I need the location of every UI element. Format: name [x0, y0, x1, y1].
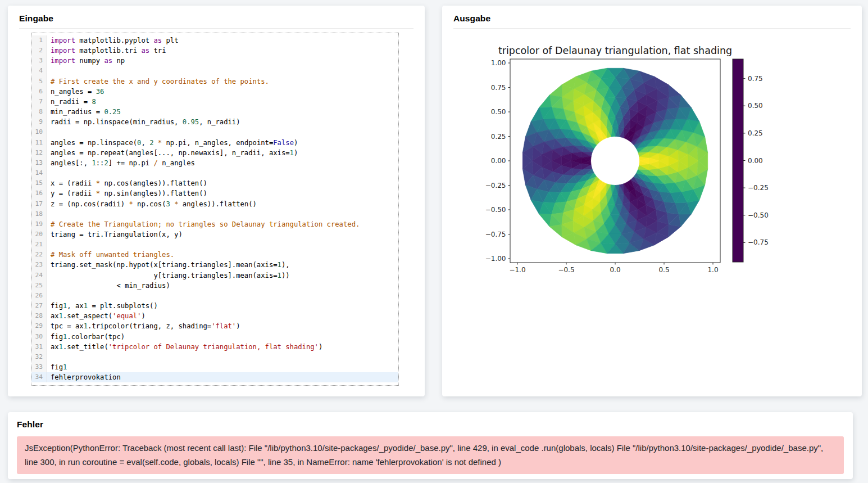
line-number: 4	[31, 66, 47, 76]
input-panel: Eingabe 1import matplotlib.pyplot as plt…	[8, 6, 425, 396]
line-number: 22	[31, 250, 47, 260]
output-plot: tripcolor of Delaunay triangulation, fla…	[478, 42, 792, 285]
line-number: 14	[31, 168, 47, 178]
code-line[interactable]: 18	[31, 209, 398, 219]
line-number: 32	[31, 352, 47, 362]
y-tick-label: 0.50	[491, 108, 506, 116]
code-line[interactable]: 17z = (np.cos(radii) * np.cos(3 * angles…	[31, 199, 398, 209]
code-line[interactable]: 29tpc = ax1.tripcolor(triang, z, shading…	[31, 321, 398, 331]
x-tick-label: −0.5	[558, 266, 574, 274]
colorbar-tick-label: −0.75	[748, 238, 769, 246]
y-tick-label: −0.50	[485, 206, 506, 214]
line-number: 19	[31, 219, 47, 229]
line-number: 29	[31, 321, 47, 331]
x-tick-label: −1.0	[509, 266, 525, 274]
output-figure: tripcolor of Delaunay triangulation, fla…	[478, 42, 792, 285]
line-number: 28	[31, 311, 47, 321]
code-line[interactable]: 13angles[:, 1::2] += np.pi / n_angles	[31, 158, 398, 168]
input-panel-divider	[19, 28, 413, 29]
code-line[interactable]: 12angles = np.repeat(angles[..., np.newa…	[31, 148, 398, 158]
y-tick-label: 0.75	[491, 84, 506, 92]
line-number: 12	[31, 148, 47, 158]
line-number: 6	[31, 87, 47, 97]
line-number: 31	[31, 342, 47, 352]
code-line[interactable]: 26	[31, 291, 398, 301]
colorbar-tick-label: 0.25	[748, 129, 763, 137]
line-number: 33	[31, 362, 47, 372]
code-line[interactable]: 27fig1, ax1 = plt.subplots()	[31, 301, 398, 311]
error-message: JsException(PythonError: Traceback (most…	[17, 436, 844, 474]
line-number: 8	[31, 107, 47, 117]
line-number: 5	[31, 76, 47, 87]
y-tick-label: −1.00	[485, 255, 506, 263]
colorbar-tick-label: 0.50	[748, 102, 763, 110]
x-tick-label: 0.5	[658, 266, 669, 274]
line-number: 27	[31, 301, 47, 311]
line-number: 30	[31, 332, 47, 342]
line-number: 26	[31, 291, 47, 301]
x-tick-label: 1.0	[707, 266, 718, 274]
line-number: 34	[31, 372, 47, 382]
line-number: 24	[31, 270, 47, 281]
code-line[interactable]: 28ax1.set_aspect('equal')	[31, 311, 398, 321]
line-number: 20	[31, 229, 47, 240]
code-line[interactable]: 30fig1.colorbar(tpc)	[31, 332, 398, 342]
code-line[interactable]: 33fig1	[31, 362, 398, 372]
line-number: 9	[31, 117, 47, 127]
y-tick-label: −0.75	[485, 231, 506, 238]
colorbar-tick-label: −0.25	[748, 184, 769, 192]
code-line[interactable]: 21	[31, 240, 398, 250]
code-line[interactable]: 31ax1.set_title('tripcolor of Delaunay t…	[31, 342, 398, 352]
code-line[interactable]: 16y = (radii * np.sin(angles)).flatten()	[31, 188, 398, 198]
line-number: 17	[31, 199, 47, 209]
line-number: 18	[31, 209, 47, 219]
code-line[interactable]: 34fehlerprovokation	[31, 372, 398, 382]
line-number: 1	[31, 35, 47, 46]
line-number: 11	[31, 138, 47, 148]
code-line[interactable]: 24 y[triang.triangles].mean(axis=1))	[31, 270, 398, 281]
y-tick-label: 1.00	[491, 59, 506, 67]
code-line[interactable]: 11angles = np.linspace(0, 2 * np.pi, n_a…	[31, 138, 398, 148]
code-line[interactable]: 25 < min_radius)	[31, 281, 398, 291]
line-number: 7	[31, 97, 47, 107]
x-tick-label: 0.0	[610, 266, 620, 274]
line-number: 16	[31, 188, 47, 198]
colorbar-tick-label: 0.75	[748, 75, 763, 83]
line-number: 13	[31, 158, 47, 168]
code-line[interactable]: 32	[31, 352, 398, 362]
colorbar	[733, 59, 743, 262]
input-panel-title: Eingabe	[19, 13, 413, 24]
plot-title: tripcolor of Delaunay triangulation, fla…	[498, 45, 732, 56]
code-line[interactable]: 22# Mask off unwanted triangles.	[31, 250, 398, 260]
code-line[interactable]: 23triang.set_mask(np.hypot(x[triang.tria…	[31, 260, 398, 270]
top-row: Eingabe 1import matplotlib.pyplot as plt…	[8, 6, 862, 396]
error-panel: Fehler JsException(PythonError: Tracebac…	[8, 412, 853, 479]
code-line[interactable]: 3import numpy as np	[31, 56, 398, 66]
code-line[interactable]: 2import matplotlib.tri as tri	[31, 46, 398, 56]
y-tick-label: 0.25	[491, 133, 506, 141]
y-tick-label: −0.25	[485, 182, 506, 189]
line-number: 23	[31, 260, 47, 270]
code-line[interactable]: 8min_radius = 0.25	[31, 107, 398, 117]
code-line[interactable]: 6n_angles = 36	[31, 87, 398, 97]
line-number: 21	[31, 240, 47, 250]
line-number: 15	[31, 178, 47, 188]
code-line[interactable]: 20triang = tri.Triangulation(x, y)	[31, 229, 398, 240]
output-panel: Ausgabe tripcolor of Delaunay triangulat…	[442, 6, 862, 396]
output-panel-title: Ausgabe	[453, 13, 851, 24]
code-line[interactable]: 7n_radii = 8	[31, 97, 398, 107]
error-panel-title: Fehler	[17, 419, 844, 430]
code-line[interactable]: 10	[31, 127, 398, 137]
code-line[interactable]: 19# Create the Triangulation; no triangl…	[31, 219, 398, 229]
code-line[interactable]: 4	[31, 66, 398, 76]
code-line[interactable]: 9radii = np.linspace(min_radius, 0.95, n…	[31, 117, 398, 127]
line-number: 10	[31, 127, 47, 137]
code-line[interactable]: 14	[31, 168, 398, 178]
code-line[interactable]: 1import matplotlib.pyplot as plt	[31, 35, 398, 46]
code-line[interactable]: 15x = (radii * np.cos(angles)).flatten()	[31, 178, 398, 188]
output-panel-divider	[453, 28, 851, 29]
code-line[interactable]: 5# First create the x and y coordinates …	[31, 76, 398, 87]
line-number: 3	[31, 56, 47, 66]
code-editor[interactable]: 1import matplotlib.pyplot as plt2import …	[31, 33, 399, 386]
colorbar-tick-label: −0.50	[748, 211, 769, 219]
